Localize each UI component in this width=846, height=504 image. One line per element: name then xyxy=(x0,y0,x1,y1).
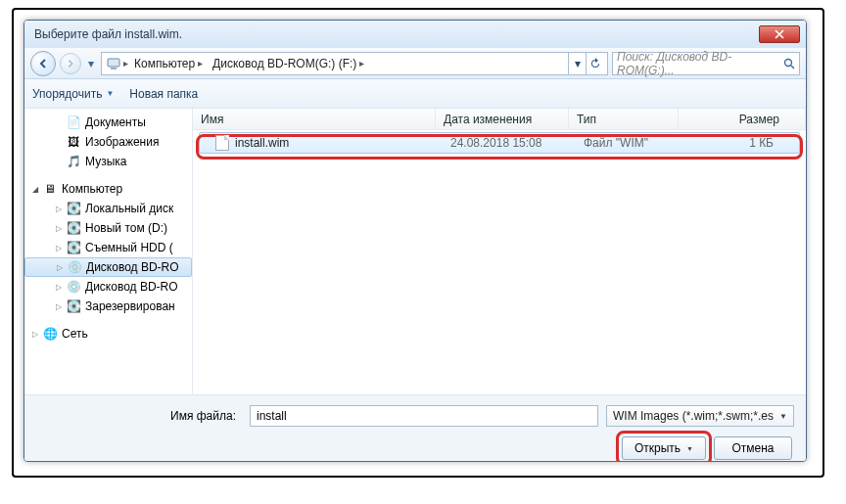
close-button[interactable] xyxy=(759,25,800,43)
chevron-right-icon: ▸ xyxy=(359,58,364,69)
nav-back-button[interactable] xyxy=(30,51,56,76)
cancel-label: Отмена xyxy=(731,441,774,455)
tree-library-item[interactable]: 🖼Изображения xyxy=(24,132,192,152)
tree-drive-item[interactable]: 💽Зарезервирован xyxy=(24,297,192,316)
drive-icon: 💽 xyxy=(66,298,81,314)
tree-label: Дисковод BD-RO xyxy=(85,280,178,294)
svg-rect-1 xyxy=(111,68,117,69)
network-icon: 🌐 xyxy=(42,326,58,342)
breadcrumb-label: Компьютер xyxy=(134,57,195,70)
tree-drive-item[interactable]: 💿Дисковод BD-RO xyxy=(24,277,192,297)
breadcrumb-segment-computer[interactable]: Компьютер▸ xyxy=(130,57,207,70)
tree-network[interactable]: 🌐 Сеть xyxy=(24,324,192,344)
tree-drive-item[interactable]: 💿Дисковод BD-RO xyxy=(24,257,192,277)
navbar: ▾ ▸ Компьютер▸ Дисковод BD-ROM(G:) (F:)▸… xyxy=(24,48,806,79)
drive-icon: 💿 xyxy=(66,279,81,295)
search-placeholder: Поиск: Дисковод BD-ROM(G:)... xyxy=(617,50,783,77)
filetype-filter[interactable]: WIM Images (*.wim;*.swm;*.es ▼ xyxy=(606,405,794,427)
svg-rect-0 xyxy=(108,59,119,67)
file-size: 1 КБ xyxy=(685,136,799,150)
drive-icon: 💿 xyxy=(67,259,82,275)
new-folder-button[interactable]: Новая папка xyxy=(129,87,198,101)
tree-label: Дисковод BD-RO xyxy=(86,260,179,274)
chevron-down-icon: ▼ xyxy=(106,89,114,98)
tree-label: Документы xyxy=(85,115,146,129)
file-type: Файл "WIM" xyxy=(576,136,685,150)
column-name[interactable]: Имя xyxy=(193,109,436,129)
newfolder-label: Новая папка xyxy=(129,87,198,101)
tree-label: Новый том (D:) xyxy=(85,221,167,235)
column-type[interactable]: Тип xyxy=(569,109,679,129)
organize-menu[interactable]: Упорядочить ▼ xyxy=(32,87,114,101)
tree-label: Съемный HDD ( xyxy=(85,241,173,254)
nav-forward-button[interactable] xyxy=(60,53,81,74)
drive-icon: 💽 xyxy=(66,220,81,236)
chevron-down-icon: ▼ xyxy=(686,445,693,452)
tree-drive-item[interactable]: 💽Новый том (D:) xyxy=(24,218,192,238)
file-open-dialog: Выберите файл install.wim. ▾ ▸ Компьютер… xyxy=(24,20,807,462)
computer-icon xyxy=(106,56,121,71)
tree-label: Сеть xyxy=(62,327,88,341)
navigation-tree[interactable]: 📄Документы🖼Изображения🎵Музыка 🖥 Компьюте… xyxy=(24,109,193,394)
lib-icon: 🎵 xyxy=(66,154,81,169)
breadcrumb-segment-drive[interactable]: Дисковод BD-ROM(G:) (F:)▸ xyxy=(209,57,368,70)
svg-line-3 xyxy=(791,66,794,69)
toolbar: Упорядочить ▼ Новая папка xyxy=(24,79,806,109)
open-label: Открыть xyxy=(634,441,681,455)
breadcrumb-bar[interactable]: ▸ Компьютер▸ Дисковод BD-ROM(G:) (F:)▸ ▾ xyxy=(101,52,608,75)
svg-point-2 xyxy=(785,59,792,66)
screenshot-frame: Выберите файл install.wim. ▾ ▸ Компьютер… xyxy=(12,8,824,478)
filename-input[interactable] xyxy=(250,405,598,427)
file-name: install.wim xyxy=(235,136,289,150)
organize-label: Упорядочить xyxy=(32,87,102,101)
chevron-right-icon: ▸ xyxy=(123,58,128,69)
dialog-body: 📄Документы🖼Изображения🎵Музыка 🖥 Компьюте… xyxy=(24,109,806,394)
tree-label: Музыка xyxy=(85,155,126,168)
column-headers: Имя Дата изменения Тип Размер xyxy=(193,109,806,130)
tree-label: Изображения xyxy=(85,135,159,149)
filename-label: Имя файла: xyxy=(36,409,242,423)
breadcrumb-dropdown[interactable]: ▾ xyxy=(568,53,586,74)
dialog-footer: Имя файла: WIM Images (*.wim;*.swm;*.es … xyxy=(24,394,806,462)
arrow-right-icon xyxy=(66,59,75,69)
tree-computer[interactable]: 🖥 Компьютер xyxy=(24,179,192,199)
close-icon xyxy=(775,29,784,39)
lib-icon: 🖼 xyxy=(66,134,81,150)
search-icon xyxy=(783,58,795,69)
chevron-down-icon: ▼ xyxy=(779,412,787,421)
drive-icon: 💽 xyxy=(66,240,81,255)
tree-drive-item[interactable]: 💽Локальный диск xyxy=(24,199,192,218)
tree-library-item[interactable]: 🎵Музыка xyxy=(24,152,192,171)
column-size[interactable]: Размер xyxy=(679,109,806,129)
file-row[interactable]: install.wim 24.08.2018 15:08 Файл "WIM" … xyxy=(199,132,800,154)
tree-label: Зарезервирован xyxy=(85,299,175,313)
tree-label: Локальный диск xyxy=(85,202,173,215)
file-date: 24.08.2018 15:08 xyxy=(443,136,576,150)
open-button[interactable]: Открыть ▼ xyxy=(622,436,706,460)
nav-history-dropdown[interactable]: ▾ xyxy=(85,54,97,73)
titlebar: Выберите файл install.wim. xyxy=(24,21,806,48)
column-date[interactable]: Дата изменения xyxy=(436,109,569,129)
drive-icon: 💽 xyxy=(66,201,81,216)
window-title: Выберите файл install.wim. xyxy=(30,27,759,41)
file-list: Имя Дата изменения Тип Размер install.wi… xyxy=(193,109,806,394)
tree-drive-item[interactable]: 💽Съемный HDD ( xyxy=(24,238,192,257)
arrow-left-icon xyxy=(37,58,49,69)
filter-label: WIM Images (*.wim;*.swm;*.es xyxy=(613,409,774,423)
refresh-icon xyxy=(589,58,601,69)
tree-library-item[interactable]: 📄Документы xyxy=(24,113,192,132)
refresh-button[interactable] xyxy=(586,53,603,74)
chevron-right-icon: ▸ xyxy=(198,58,203,69)
breadcrumb-label: Дисковод BD-ROM(G:) (F:) xyxy=(212,57,356,70)
computer-icon: 🖥 xyxy=(42,181,58,197)
cancel-button[interactable]: Отмена xyxy=(714,436,792,460)
lib-icon: 📄 xyxy=(66,115,81,130)
search-input[interactable]: Поиск: Дисковод BD-ROM(G:)... xyxy=(612,52,800,75)
tree-label: Компьютер xyxy=(62,182,122,196)
file-icon xyxy=(215,135,229,151)
